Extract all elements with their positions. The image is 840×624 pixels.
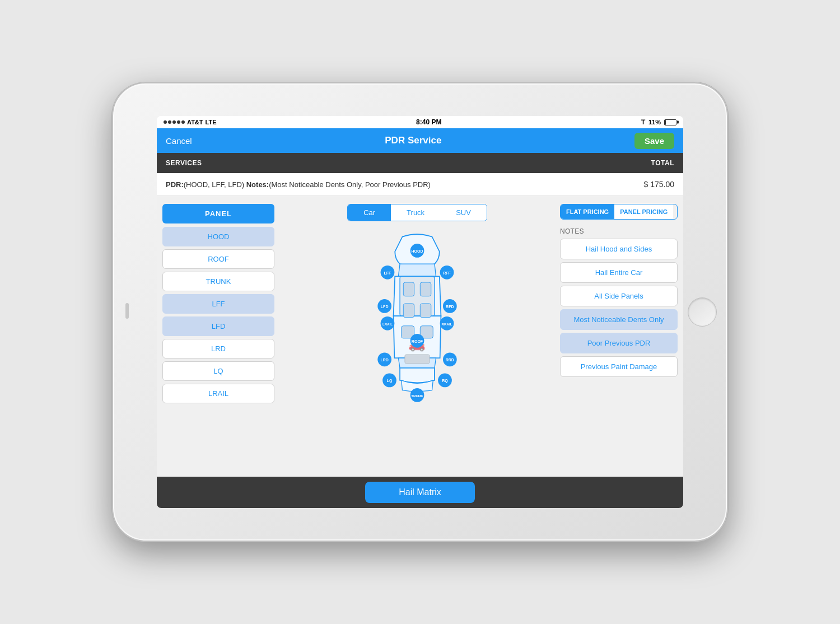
vehicle-tab-truck[interactable]: Truck bbox=[391, 204, 440, 221]
svg-rect-7 bbox=[405, 355, 430, 364]
svg-text:LRAIL: LRAIL bbox=[382, 322, 393, 326]
cancel-button[interactable]: Cancel bbox=[166, 136, 192, 146]
signal-dot-2 bbox=[168, 120, 171, 124]
note-hail-entire-car[interactable]: Hail Entire Car bbox=[560, 262, 678, 283]
total-amount: 175.00 bbox=[650, 180, 674, 189]
vehicle-tab-car[interactable]: Car bbox=[348, 204, 391, 221]
svg-text:RFD: RFD bbox=[446, 305, 454, 309]
car-svg: 🚗 HOOD LFF RFF bbox=[350, 227, 484, 440]
note-most-noticeable-dents[interactable]: Most Noticeable Dents Only bbox=[560, 309, 678, 330]
hail-matrix-button[interactable]: Hail Matrix bbox=[365, 482, 475, 503]
notes-detail: (Most Noticeable Dents Only, Poor Previo… bbox=[269, 180, 431, 189]
battery-percent: 11% bbox=[648, 119, 661, 125]
panel-item-roof[interactable]: ROOF bbox=[162, 249, 274, 269]
status-left: AT&T LTE bbox=[164, 119, 216, 125]
service-panel-detail: (HOOD, LFF, LFD) bbox=[184, 180, 246, 189]
svg-text:RFF: RFF bbox=[443, 271, 451, 275]
notes-section-label: NOTES bbox=[560, 227, 678, 235]
bluetooth-icon: 𝖳 bbox=[641, 119, 645, 126]
note-all-side-panels[interactable]: All Side Panels bbox=[560, 286, 678, 306]
network-label: LTE bbox=[206, 119, 217, 125]
nav-title: PDR Service bbox=[385, 135, 441, 146]
total-column-header: TOTAL bbox=[651, 159, 674, 167]
bottom-bar: Hail Matrix bbox=[157, 477, 683, 508]
signal-dot-1 bbox=[164, 120, 167, 124]
svg-text:ROOF: ROOF bbox=[412, 339, 423, 343]
panels-section: PANEL HOOD ROOF TRUNK LFF LFD LRD LQ LRA… bbox=[162, 204, 274, 477]
service-bold-prefix: PDR: bbox=[166, 180, 184, 189]
svg-rect-2 bbox=[420, 282, 431, 296]
svg-rect-3 bbox=[403, 304, 414, 318]
svg-rect-1 bbox=[403, 282, 414, 296]
panel-pricing-button[interactable]: PANEL PRICING bbox=[614, 204, 673, 219]
pricing-toggle: FLAT PRICING PANEL PRICING bbox=[560, 204, 678, 220]
table-header: SERVICES TOTAL bbox=[157, 153, 683, 173]
signal-dot-5 bbox=[181, 120, 185, 124]
service-description: PDR:(HOOD, LFF, LFD) Notes:(Most Noticea… bbox=[166, 180, 431, 189]
note-poor-previous-pdr[interactable]: Poor Previous PDR bbox=[560, 333, 678, 353]
notes-bold: Notes: bbox=[246, 180, 269, 189]
panel-item-lfd[interactable]: LFD bbox=[162, 316, 274, 336]
vehicle-tabs: Car Truck SUV bbox=[347, 204, 487, 221]
svg-text:RRAIL: RRAIL bbox=[442, 322, 452, 326]
svg-text:LRD: LRD bbox=[380, 358, 388, 362]
content-area: PANEL HOOD ROOF TRUNK LFF LFD LRD LQ LRA… bbox=[157, 196, 683, 477]
save-button[interactable]: Save bbox=[634, 133, 674, 149]
car-section: Car Truck SUV bbox=[274, 204, 560, 477]
carrier-label: AT&T bbox=[187, 119, 203, 125]
panel-item-hood[interactable]: HOOD bbox=[162, 227, 274, 246]
battery-icon bbox=[664, 119, 676, 125]
service-total: $ 175.00 bbox=[643, 180, 674, 189]
note-hail-hood-sides[interactable]: Hail Hood and Sides bbox=[560, 239, 678, 259]
battery-fill bbox=[665, 120, 666, 125]
nav-bar: Cancel PDR Service Save bbox=[157, 128, 683, 153]
panel-item-lrd[interactable]: LRD bbox=[162, 339, 274, 358]
panel-item-lrail[interactable]: LRAIL bbox=[162, 384, 274, 403]
svg-text:RQ: RQ bbox=[442, 379, 448, 383]
panel-item-trunk[interactable]: TRUNK bbox=[162, 272, 274, 291]
note-previous-paint-damage[interactable]: Previous Paint Damage bbox=[560, 356, 678, 377]
notes-section: FLAT PRICING PANEL PRICING NOTES Hail Ho… bbox=[560, 204, 678, 477]
signal-dot-3 bbox=[172, 120, 176, 124]
svg-rect-4 bbox=[420, 304, 431, 318]
panel-item-lff[interactable]: LFF bbox=[162, 294, 274, 314]
svg-text:HOOD: HOOD bbox=[411, 249, 423, 253]
panel-header-button[interactable]: PANEL bbox=[162, 204, 274, 223]
ipad-device: AT&T LTE 8:40 PM 𝖳 11% Cancel PDR Servic… bbox=[112, 82, 728, 542]
svg-text:LFD: LFD bbox=[381, 305, 389, 309]
home-button[interactable] bbox=[688, 297, 717, 327]
status-bar: AT&T LTE 8:40 PM 𝖳 11% bbox=[157, 116, 683, 128]
vehicle-tab-suv[interactable]: SUV bbox=[440, 204, 487, 221]
svg-text:LQ: LQ bbox=[387, 379, 393, 383]
status-time: 8:40 PM bbox=[416, 118, 441, 126]
svg-text:LFF: LFF bbox=[384, 271, 392, 275]
flat-pricing-button[interactable]: FLAT PRICING bbox=[561, 204, 614, 219]
signal-dot-4 bbox=[177, 120, 180, 124]
panel-item-lq[interactable]: LQ bbox=[162, 361, 274, 381]
signal-dots bbox=[164, 120, 185, 124]
main-content: PANEL HOOD ROOF TRUNK LFF LFD LRD LQ LRA… bbox=[157, 196, 683, 508]
car-diagram: 🚗 HOOD LFF RFF bbox=[350, 227, 484, 440]
ipad-screen: AT&T LTE 8:40 PM 𝖳 11% Cancel PDR Servic… bbox=[157, 116, 683, 508]
status-right: 𝖳 11% bbox=[641, 119, 676, 126]
svg-text:TRUNK: TRUNK bbox=[411, 394, 423, 398]
currency-symbol: $ bbox=[643, 180, 648, 189]
service-row: PDR:(HOOD, LFF, LFD) Notes:(Most Noticea… bbox=[157, 173, 683, 196]
side-button[interactable] bbox=[125, 303, 129, 319]
svg-text:RRD: RRD bbox=[446, 358, 454, 362]
services-column-header: SERVICES bbox=[166, 159, 202, 167]
